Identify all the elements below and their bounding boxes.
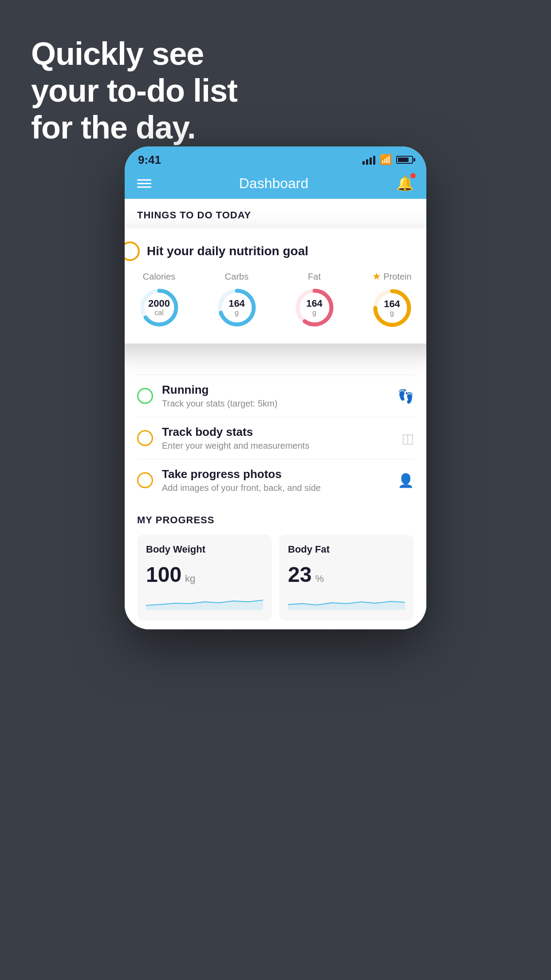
hero-line-2: your to-do list xyxy=(31,72,237,109)
person-icon: 👤 xyxy=(398,473,414,488)
progress-header: MY PROGRESS xyxy=(137,514,414,526)
nutrition-card-header: Hit your daily nutrition goal xyxy=(125,241,426,261)
todo-list: Running Track your stats (target: 5km) 👣… xyxy=(125,375,426,501)
todo-title-body-stats: Track body stats xyxy=(162,425,393,439)
nav-title: Dashboard xyxy=(239,175,309,192)
todo-title-running: Running xyxy=(162,383,389,397)
todo-subtitle-photos: Add images of your front, back, and side xyxy=(162,483,389,493)
phone-mockup: 9:41 📶 Dashboard xyxy=(125,146,426,629)
body-fat-card[interactable]: Body Fat 23 % xyxy=(279,535,414,620)
phone-screen: 9:41 📶 Dashboard xyxy=(125,146,426,629)
shoe-icon: 👣 xyxy=(398,388,414,404)
battery-icon xyxy=(396,156,413,164)
todo-text-running: Running Track your stats (target: 5km) xyxy=(162,383,389,409)
progress-cards: Body Weight 100 kg Body Fat xyxy=(137,535,414,620)
carbs-donut: 164 g xyxy=(215,285,259,330)
body-fat-chart xyxy=(288,592,405,610)
calories-donut: 2000 cal xyxy=(137,285,181,330)
todo-item-running[interactable]: Running Track your stats (target: 5km) 👣 xyxy=(137,375,414,417)
nutrition-card: Hit your daily nutrition goal Calories xyxy=(125,228,426,344)
carbs-stat: Carbs 164 g xyxy=(215,272,259,330)
wifi-icon: 📶 xyxy=(380,154,392,166)
nutrition-stats: Calories 2000 cal xyxy=(125,271,426,330)
hero-text: Quickly see your to-do list for the day. xyxy=(31,36,237,146)
star-icon: ★ xyxy=(372,271,381,282)
todo-title-photos: Take progress photos xyxy=(162,467,389,481)
svg-marker-9 xyxy=(288,601,405,610)
todo-item-body-stats[interactable]: Track body stats Enter your weight and m… xyxy=(137,417,414,459)
body-weight-unit: kg xyxy=(185,573,195,585)
body-fat-title: Body Fat xyxy=(288,544,405,555)
carbs-label: Carbs xyxy=(225,272,248,282)
fat-stat: Fat 164 g xyxy=(292,272,337,330)
notification-dot xyxy=(410,173,416,178)
calories-label: Calories xyxy=(143,272,175,282)
calories-stat: Calories 2000 cal xyxy=(137,272,181,330)
protein-donut: 164 g xyxy=(370,286,414,330)
status-time: 9:41 xyxy=(138,153,161,167)
todo-circle-body-stats xyxy=(137,430,153,446)
todo-circle-photos xyxy=(137,472,153,488)
hero-line-1: Quickly see xyxy=(31,36,237,72)
signal-icon xyxy=(362,155,375,165)
todo-item-photos[interactable]: Take progress photos Add images of your … xyxy=(137,459,414,501)
todo-text-body-stats: Track body stats Enter your weight and m… xyxy=(162,425,393,451)
notification-bell-icon[interactable]: 🔔 xyxy=(396,175,414,192)
status-icons: 📶 xyxy=(362,154,413,166)
status-bar: 9:41 📶 xyxy=(125,146,426,170)
todo-subtitle-body-stats: Enter your weight and measurements xyxy=(162,441,393,451)
body-weight-chart xyxy=(146,592,263,610)
nav-bar: Dashboard 🔔 xyxy=(125,170,426,199)
body-fat-unit: % xyxy=(315,573,324,585)
body-fat-value-row: 23 % xyxy=(288,562,405,587)
app-content: THINGS TO DO TODAY Hit your daily nutrit… xyxy=(125,199,426,629)
todo-subtitle-running: Track your stats (target: 5km) xyxy=(162,399,389,409)
protein-label: ★ Protein xyxy=(372,271,411,282)
nutrition-card-title: Hit your daily nutrition goal xyxy=(147,244,308,258)
nutrition-check-circle[interactable] xyxy=(125,241,140,261)
menu-icon[interactable] xyxy=(137,179,151,188)
fat-label: Fat xyxy=(308,272,321,282)
body-fat-value: 23 xyxy=(288,562,311,587)
todo-circle-running xyxy=(137,388,153,404)
body-weight-value-row: 100 kg xyxy=(146,562,263,587)
body-weight-value: 100 xyxy=(146,562,181,587)
hero-line-3: for the day. xyxy=(31,109,237,146)
scale-icon: ◫ xyxy=(401,431,414,446)
protein-stat: ★ Protein 164 g xyxy=(370,271,414,330)
fat-donut: 164 g xyxy=(292,285,337,330)
body-weight-title: Body Weight xyxy=(146,544,263,555)
progress-section: MY PROGRESS Body Weight 100 kg xyxy=(125,501,426,629)
todo-text-photos: Take progress photos Add images of your … xyxy=(162,467,389,493)
body-weight-card[interactable]: Body Weight 100 kg xyxy=(137,535,272,620)
things-section-header: THINGS TO DO TODAY xyxy=(125,199,426,228)
